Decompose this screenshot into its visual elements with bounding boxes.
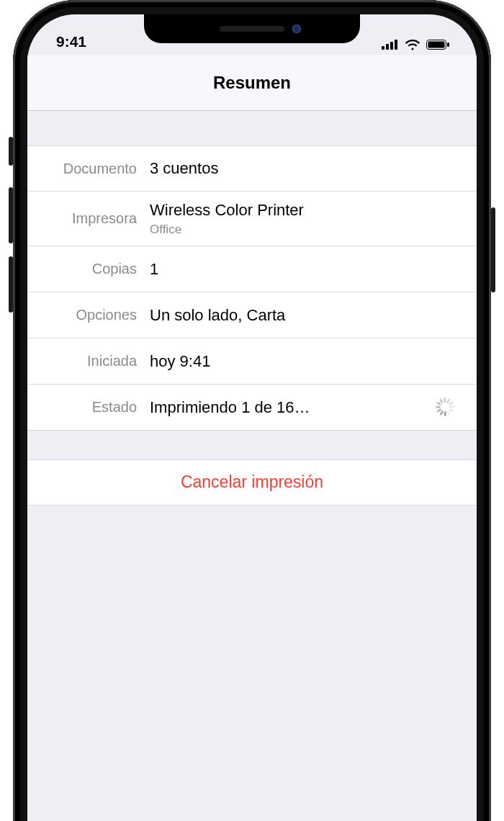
- row-status: Estado Imprimiendo 1 de 16…: [27, 385, 477, 431]
- svg-rect-3: [395, 40, 397, 50]
- row-copies-value: 1: [150, 259, 462, 279]
- row-status-value: Imprimiendo 1 de 16…: [150, 398, 428, 418]
- cancel-print-label: Cancelar impresión: [181, 472, 323, 492]
- row-started: Iniciada hoy 9:41: [27, 338, 477, 385]
- front-camera: [292, 24, 301, 33]
- cancel-print-button[interactable]: Cancelar impresión: [27, 459, 477, 506]
- volume-up-button: [9, 187, 13, 243]
- row-copies: Copias 1: [27, 246, 477, 292]
- row-printer-sub: Office: [150, 222, 462, 237]
- navbar: Resumen: [27, 55, 477, 111]
- device-frame: 9:41: [13, 0, 491, 821]
- row-document-label: Documento: [27, 161, 150, 177]
- side-button: [491, 207, 495, 292]
- row-document-value: 3 cuentos: [150, 158, 462, 179]
- mute-switch: [9, 137, 13, 166]
- row-status-label: Estado: [27, 399, 150, 416]
- status-time: 9:41: [56, 33, 86, 50]
- status-indicators: [382, 39, 454, 50]
- volume-down-button: [9, 256, 13, 313]
- wifi-icon: [405, 39, 420, 50]
- spinner-icon: [436, 398, 454, 416]
- row-copies-label: Copias: [27, 261, 150, 277]
- row-options-value: Un solo lado, Carta: [150, 305, 462, 326]
- row-document: Documento 3 cuentos: [27, 145, 477, 192]
- svg-rect-6: [447, 42, 449, 47]
- speaker-grille: [220, 26, 284, 32]
- row-printer-label: Impresora: [27, 210, 150, 227]
- notch: [144, 14, 360, 43]
- row-printer: Impresora Wireless Color Printer Office: [27, 192, 477, 246]
- battery-icon: [426, 40, 449, 50]
- page-title: Resumen: [213, 73, 291, 93]
- row-options: Opciones Un solo lado, Carta: [27, 292, 477, 338]
- svg-rect-5: [428, 42, 445, 48]
- screen: 9:41: [27, 14, 477, 821]
- section-gap: [27, 111, 477, 145]
- row-options-label: Opciones: [27, 307, 150, 323]
- summary-table: Documento 3 cuentos Impresora Wireless C…: [27, 145, 477, 431]
- svg-rect-1: [386, 44, 389, 50]
- svg-rect-2: [390, 42, 393, 50]
- row-started-label: Iniciada: [27, 353, 150, 369]
- row-printer-value: Wireless Color Printer: [150, 200, 462, 220]
- row-started-value: hoy 9:41: [150, 351, 462, 372]
- svg-rect-0: [382, 46, 384, 50]
- cellular-icon: [382, 40, 399, 50]
